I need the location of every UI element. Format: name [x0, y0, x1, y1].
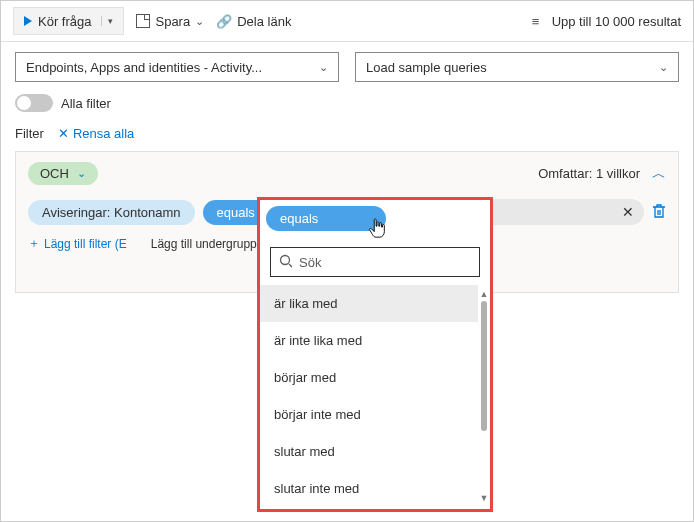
run-query-button[interactable]: Kör fråga ▾ [13, 7, 124, 35]
scope-row: Endpoints, Apps and identities - Activit… [1, 42, 693, 92]
add-filter-button[interactable]: ＋ Lägg till filter (E [28, 235, 127, 252]
operator-option[interactable]: slutar inte med [260, 470, 478, 507]
scroll-up-icon[interactable]: ▲ [480, 289, 489, 299]
results-limit[interactable]: ≡ Upp till 10 000 resultat [532, 14, 681, 29]
svg-point-0 [281, 255, 290, 264]
results-label: Upp till 10 000 resultat [552, 14, 681, 29]
chevron-down-icon[interactable]: ⌄ [195, 15, 204, 28]
trash-icon [652, 203, 666, 219]
clear-label: Rensa alla [73, 126, 134, 141]
chevron-down-icon[interactable]: ▾ [101, 16, 113, 26]
chevron-down-icon: ⌄ [319, 61, 328, 74]
field-pill[interactable]: Aviseringar: Kontonamn [28, 200, 195, 225]
field-label: Aviseringar: Kontonamn [42, 205, 181, 220]
collapse-button[interactable]: ︿ [652, 165, 666, 183]
search-icon [279, 254, 293, 271]
scope-value: Endpoints, Apps and identities - Activit… [26, 60, 262, 75]
plus-icon: ＋ [28, 235, 40, 252]
all-filters-toggle[interactable] [15, 94, 53, 112]
share-label: Dela länk [237, 14, 291, 29]
clear-all-button[interactable]: ✕ Rensa alla [58, 126, 134, 141]
scrollbar[interactable]: ▲ ▼ [480, 289, 488, 503]
share-link-button[interactable]: 🔗 Dela länk [216, 14, 291, 29]
link-icon: 🔗 [216, 14, 232, 29]
all-filters-row: Alla filter [1, 92, 693, 120]
filter-label: Filter [15, 126, 44, 141]
delete-condition-button[interactable] [652, 203, 666, 222]
operator-option[interactable]: slutar med [260, 433, 478, 470]
search-placeholder: Sök [299, 255, 321, 270]
add-filter-label: Lägg till filter (E [44, 237, 127, 251]
play-icon [24, 16, 32, 26]
operator-label: equals [280, 211, 318, 226]
scroll-down-icon[interactable]: ▼ [480, 493, 489, 503]
run-label: Kör fråga [38, 14, 91, 29]
scope-dropdown[interactable]: Endpoints, Apps and identities - Activit… [15, 52, 339, 82]
chevron-down-icon: ⌄ [77, 167, 86, 180]
list-icon: ≡ [532, 20, 546, 23]
clear-value-button[interactable]: ✕ [622, 204, 634, 220]
operator-label: equals [217, 205, 255, 220]
filter-header: Filter ✕ Rensa alla [1, 120, 693, 151]
operator-pill-active[interactable]: equals [266, 206, 386, 231]
chevron-down-icon: ⌄ [659, 61, 668, 74]
includes-label: Omfattar: 1 villkor [538, 166, 640, 181]
group-header: OCH ⌄ Omfattar: 1 villkor ︿ [28, 162, 666, 185]
logic-label: OCH [40, 166, 69, 181]
scroll-thumb[interactable] [481, 301, 487, 431]
toolbar: Kör fråga ▾ Spara ⌄ 🔗 Dela länk ≡ Upp ti… [1, 1, 693, 42]
operator-dropdown-panel: equals Sök är lika med är inte lika med … [257, 197, 493, 512]
operator-option[interactable]: är lika med [260, 285, 478, 322]
operator-option[interactable]: är inte lika med [260, 322, 478, 359]
samples-value: Load sample queries [366, 60, 487, 75]
all-filters-label: Alla filter [61, 96, 111, 111]
sample-queries-dropdown[interactable]: Load sample queries ⌄ [355, 52, 679, 82]
close-icon: ✕ [58, 126, 69, 141]
logic-operator-pill[interactable]: OCH ⌄ [28, 162, 98, 185]
operator-option[interactable]: börjar inte med [260, 396, 478, 433]
operator-option[interactable]: börjar med [260, 359, 478, 396]
save-button[interactable]: Spara ⌄ [136, 14, 204, 29]
save-label: Spara [155, 14, 190, 29]
operator-options-list: är lika med är inte lika med börjar med … [260, 285, 490, 507]
operator-search-input[interactable]: Sök [270, 247, 480, 277]
add-subgroup-button[interactable]: Lägg till undergrupp [151, 237, 257, 251]
save-icon [136, 14, 150, 28]
